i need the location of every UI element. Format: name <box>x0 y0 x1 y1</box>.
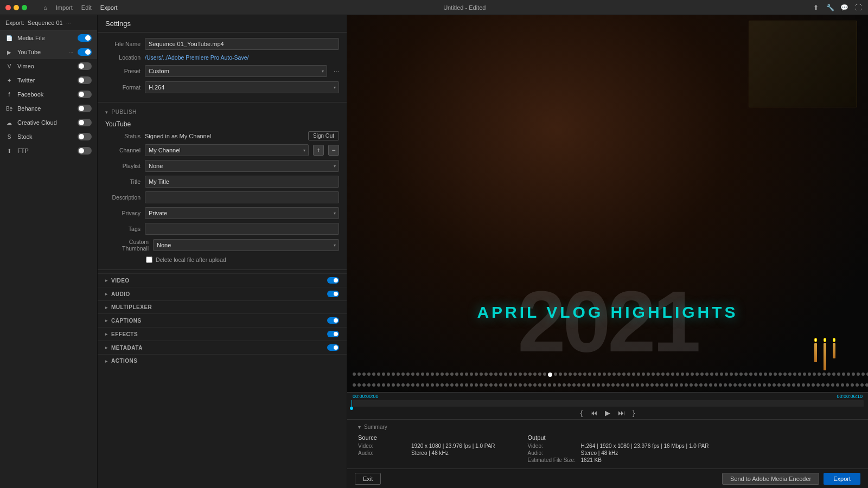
custom-thumbnail-select[interactable]: None <box>153 239 339 251</box>
sidebar-item-facebook[interactable]: f Facebook <box>0 87 97 101</box>
file-name-row: File Name <box>105 38 339 50</box>
effects-section[interactable]: ▸ EFFECTS <box>98 327 347 341</box>
sign-out-button[interactable]: Sign Out <box>308 131 339 140</box>
tools-icon[interactable]: 🔧 <box>826 3 834 12</box>
source-video-key: Video: <box>358 443 407 449</box>
export-button[interactable]: Export <box>824 473 860 485</box>
video-toggle[interactable] <box>327 277 339 284</box>
format-select[interactable]: H.264 H.265 ProRes <box>145 81 339 93</box>
nav-import[interactable]: Import <box>56 4 73 11</box>
sidebar-item-youtube[interactable]: ▶ YouTube ··· <box>0 45 97 59</box>
video-section[interactable]: ▸ VIDEO <box>98 273 347 287</box>
location-link[interactable]: /Users/../Adobe Premiere Pro Auto-Save/ <box>145 54 248 61</box>
delete-local-checkbox[interactable] <box>146 256 152 263</box>
nav-export[interactable]: Export <box>100 4 118 11</box>
nav-home[interactable]: ⌂ <box>43 4 47 11</box>
play-button[interactable]: ▶ <box>605 409 610 417</box>
share-icon[interactable]: ⬆ <box>812 3 820 12</box>
filmstrip-row2 <box>347 383 868 387</box>
publish-header[interactable]: ▾ PUBLISH <box>98 106 347 118</box>
exit-button[interactable]: Exit <box>355 473 381 485</box>
preset-more-icon[interactable]: ··· <box>334 67 339 75</box>
channel-select[interactable]: My Channel <box>145 144 309 156</box>
sidebar-item-stock[interactable]: S Stock <box>0 130 97 144</box>
tags-input[interactable] <box>145 223 339 235</box>
send-encoder-button[interactable]: Send to Adobe Media Encoder <box>722 473 819 485</box>
vimeo-toggle[interactable] <box>78 62 92 70</box>
step-back-button[interactable]: ⏮ <box>590 409 597 417</box>
twitter-toggle[interactable] <box>78 76 92 84</box>
title-input[interactable] <box>145 176 339 188</box>
stock-toggle[interactable] <box>78 133 92 140</box>
file-name-input[interactable] <box>145 38 339 50</box>
facebook-toggle[interactable] <box>78 91 92 98</box>
sidebar-item-ftp[interactable]: ⬆ FTP <box>0 144 97 158</box>
timeline-scrubber[interactable] <box>352 400 864 407</box>
media-file-toggle[interactable] <box>78 34 92 42</box>
youtube-more-icon[interactable]: ··· <box>69 49 73 55</box>
summary-header[interactable]: ▾ Summary <box>358 424 857 430</box>
publish-label: PUBLISH <box>112 109 137 115</box>
captions-toggle[interactable] <box>327 317 339 324</box>
summary-source: Source Video: 1920 x 1080 | 23.976 fps |… <box>358 434 495 464</box>
sidebar-item-vimeo[interactable]: V Vimeo <box>0 59 97 73</box>
playhead <box>352 400 352 407</box>
ftp-toggle[interactable] <box>78 147 92 155</box>
metadata-section[interactable]: ▸ METADATA <box>98 341 347 354</box>
channel-add-button[interactable]: + <box>313 145 324 156</box>
nav-edit[interactable]: Edit <box>81 4 92 11</box>
settings-panel: Settings File Name Location /Users/../Ad… <box>98 15 347 488</box>
traffic-red[interactable] <box>5 5 11 10</box>
preset-select-wrap: Custom YouTube 1080p HD YouTube 720p HD … <box>145 65 327 77</box>
timeline-area: 00:00:00:00 00:00:06:10 { ⏮ ▶ ⏭ } <box>347 392 868 419</box>
vimeo-icon: V <box>5 62 13 70</box>
sidebar-more-icon[interactable]: ··· <box>66 20 71 26</box>
facebook-icon: f <box>5 91 13 98</box>
channel-remove-button[interactable]: − <box>328 145 339 156</box>
title-label: Title <box>105 178 141 185</box>
playlist-select[interactable]: None <box>145 160 339 172</box>
description-input[interactable] <box>145 191 339 203</box>
behance-toggle[interactable] <box>78 105 92 112</box>
candles-area <box>814 338 835 370</box>
privacy-row: Privacy Private Public Unlisted ▾ <box>105 207 339 219</box>
audio-toggle[interactable] <box>327 291 339 297</box>
export-prefix: Export: <box>5 20 24 26</box>
preset-select[interactable]: Custom YouTube 1080p HD YouTube 720p HD <box>145 65 327 77</box>
output-title: Output <box>528 434 709 441</box>
fullscreen-icon[interactable]: ⛶ <box>854 3 863 12</box>
multiplexer-chevron-icon: ▸ <box>105 305 108 310</box>
sidebar-item-media-file[interactable]: 📄 Media File <box>0 31 97 45</box>
actions-label: ACTIONS <box>111 358 339 364</box>
audio-section[interactable]: ▸ AUDIO <box>98 287 347 300</box>
creative-cloud-toggle[interactable] <box>78 119 92 126</box>
captions-icon[interactable]: 💬 <box>840 3 848 12</box>
publish-chevron-icon: ▾ <box>105 110 108 115</box>
description-label: Description <box>105 194 141 201</box>
mark-out-button[interactable]: } <box>633 409 635 417</box>
playhead-handle[interactable] <box>350 407 353 410</box>
tags-row: Tags <box>105 223 339 235</box>
step-forward-button[interactable]: ⏭ <box>618 409 625 417</box>
sidebar-item-twitter[interactable]: ✦ Twitter <box>0 73 97 87</box>
status-label: Status <box>105 133 141 139</box>
multiplexer-section[interactable]: ▸ MULTIPLEXER <box>98 300 347 313</box>
privacy-select[interactable]: Private Public Unlisted <box>145 207 339 219</box>
video-chevron-icon: ▸ <box>105 278 108 283</box>
mark-in-button[interactable]: { <box>580 409 583 417</box>
sidebar-item-creative-cloud[interactable]: ☁ Creative Cloud <box>0 115 97 130</box>
captions-section[interactable]: ▸ CAPTIONS <box>98 313 347 327</box>
traffic-yellow[interactable] <box>14 5 19 10</box>
effects-toggle[interactable] <box>327 331 339 337</box>
source-audio-value: Stereo | 48 kHz <box>411 450 449 456</box>
preview-background: 2021 APRIL VLOG HIGHLIGHTS <box>347 15 868 392</box>
traffic-green[interactable] <box>22 5 27 10</box>
actions-section[interactable]: ▸ ACTIONS <box>98 354 347 367</box>
youtube-toggle[interactable] <box>78 48 92 56</box>
audio-label: AUDIO <box>111 291 327 297</box>
timeline-timecodes: 00:00:00:00 00:00:06:10 <box>347 393 868 400</box>
status-value: Signed in as My Channel <box>145 133 304 139</box>
metadata-toggle[interactable] <box>327 344 339 351</box>
main-layout: Export: Sequence 01 ··· 📄 Media File ▶ Y… <box>0 15 868 488</box>
sidebar-item-behance[interactable]: Be Behance <box>0 101 97 115</box>
